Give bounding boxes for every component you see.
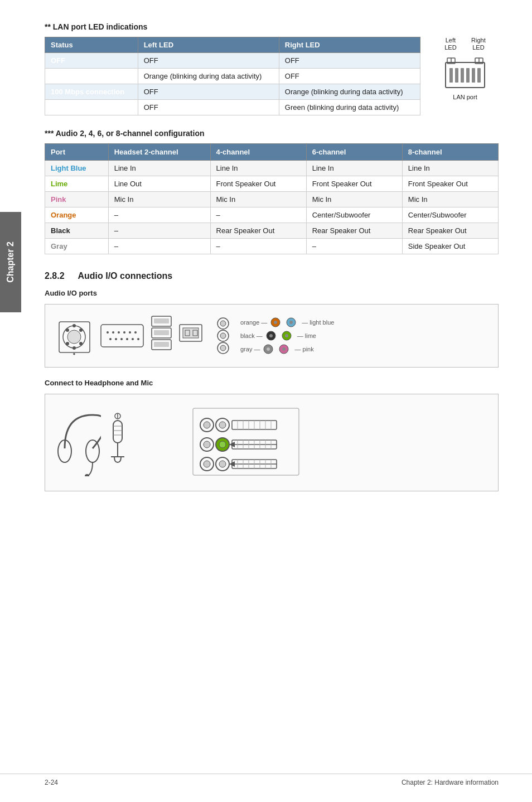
port-pink: Pink: [45, 192, 109, 207]
lightblue-label: — light blue: [302, 319, 334, 326]
audio-black-h2: –: [108, 223, 210, 239]
audio-gray-h4: –: [210, 239, 306, 254]
svg-rect-5: [461, 68, 464, 83]
port-orange: Orange: [45, 207, 109, 223]
svg-point-51: [274, 321, 277, 324]
svg-point-32: [132, 338, 134, 340]
svg-point-45: [220, 321, 226, 326]
lan-left-1gbps: OFF: [138, 100, 279, 115]
audio-header-port: Port: [45, 144, 109, 161]
orange-label: orange —: [240, 319, 267, 326]
svg-point-28: [109, 338, 112, 340]
lan-area: Status Left LED Right LED OFF OFF OFF 10…: [45, 37, 499, 115]
svg-point-75: [219, 422, 226, 428]
audio-lime-h2: Line Out: [108, 176, 210, 192]
table-row: Pink Mic In Mic In Mic In Mic In: [45, 192, 499, 207]
black-jack-icon: [266, 331, 278, 341]
audio-orange-h8: Center/Subwoofer: [402, 207, 498, 223]
microphone-icon: [107, 409, 129, 476]
lan-header-left: Left LED: [138, 37, 279, 53]
connector-4: [178, 313, 206, 358]
audio-lightblue-h6: Line In: [306, 161, 402, 176]
svg-point-57: [285, 334, 288, 337]
connector-3: [149, 313, 174, 358]
headphone-icon: [56, 409, 101, 476]
lan-right-1gbps: Green (blinking during data activity): [279, 100, 420, 115]
audio-section-title: *** Audio 2, 4, 6, or 8-channel configur…: [45, 129, 499, 138]
svg-point-25: [123, 331, 125, 334]
svg-point-31: [126, 338, 128, 340]
audio-jack-black-row: black — — lime: [240, 331, 316, 341]
jack-panel-svg: [190, 405, 302, 478]
connector-1: ●: [56, 313, 95, 358]
audio-header-h4: 4-channel: [210, 144, 306, 161]
audio-black-h4: Rear Speaker Out: [210, 223, 306, 239]
audio-header-h8: 8-channel: [402, 144, 498, 161]
table-row: 100 Mbps connection OFF Orange (blinking…: [45, 84, 420, 100]
audio-lime-h6: Front Speaker Out: [306, 176, 402, 192]
svg-rect-65: [113, 421, 122, 443]
lan-right-led-label: RightLED: [471, 37, 486, 51]
lan-header-right: Right LED: [279, 37, 420, 53]
orange-jack-icon: [270, 317, 283, 327]
chapter-sidebar: Chapter 2: [0, 212, 21, 312]
svg-point-17: [79, 342, 83, 345]
audio-lightblue-h4: Line In: [210, 161, 306, 176]
subsection-number: 2.8.2: [45, 271, 65, 281]
svg-point-63: [86, 440, 99, 462]
gray-jack-icon: [263, 344, 275, 354]
svg-point-99: [204, 461, 210, 467]
svg-point-59: [267, 347, 270, 351]
jack-panel: [190, 405, 302, 480]
svg-rect-8: [477, 68, 481, 83]
lime-label: — lime: [297, 332, 316, 339]
audio-gray-h6: –: [306, 239, 402, 254]
footer: 2-24 Chapter 2: Hardware information: [0, 774, 532, 791]
port-lime: Lime: [45, 176, 109, 192]
audio-jack-labels: orange — — light blue black —: [240, 317, 334, 354]
lan-section: ** LAN port LED indications Status Left …: [45, 22, 499, 115]
audio-table: Port Headset 2-channel 4-channel 6-chann…: [45, 143, 499, 254]
footer-page: 2-24: [45, 779, 58, 786]
audio-orange-h2: –: [108, 207, 210, 223]
lan-right-10mbps: OFF: [279, 69, 420, 84]
lan-port-label: LAN port: [453, 94, 477, 100]
lan-section-title: ** LAN port LED indications: [45, 22, 499, 31]
svg-point-14: [66, 328, 69, 332]
lan-left-10mbps: Orange (blinking during data activity): [138, 69, 279, 84]
svg-point-33: [137, 338, 139, 340]
table-row: Orange – – Center/Subwoofer Center/Subwo…: [45, 207, 499, 223]
lan-status-100mbps: 100 Mbps connection: [45, 84, 138, 100]
svg-point-13: [67, 330, 81, 344]
audio-gray-h8: Side Speaker Out: [402, 239, 498, 254]
table-row: OFF OFF OFF: [45, 53, 420, 69]
svg-point-22: [107, 331, 109, 334]
table-row: 10 Mbps connection Orange (blinking duri…: [45, 69, 420, 84]
lan-diagram: LeftLED RightLED: [432, 37, 499, 100]
svg-rect-3: [449, 68, 453, 83]
lan-left-off: OFF: [138, 53, 279, 69]
svg-point-24: [118, 331, 120, 334]
subsection-title-text: Audio I/O connections: [78, 271, 172, 281]
audio-header-h2: Headset 2-channel: [108, 144, 210, 161]
lan-table: Status Left LED Right LED OFF OFF OFF 10…: [45, 37, 420, 115]
table-row: Black – Rear Speaker Out Rear Speaker Ou…: [45, 223, 499, 239]
svg-rect-6: [466, 68, 470, 83]
svg-point-19: [72, 346, 76, 350]
svg-point-64: [85, 474, 89, 476]
audio-io-diagram: ●: [45, 304, 499, 368]
svg-text:●: ●: [73, 351, 76, 356]
ports-subtitle: Audio I/O ports: [45, 289, 499, 297]
svg-point-61: [282, 347, 286, 351]
svg-point-55: [269, 334, 273, 337]
svg-point-26: [129, 331, 131, 334]
audio-pink-h4: Mic In: [210, 192, 306, 207]
lan-header-status: Status: [45, 37, 138, 53]
lan-table-wrap: Status Left LED Right LED OFF OFF OFF 10…: [45, 37, 420, 115]
audio-section: *** Audio 2, 4, 6, or 8-channel configur…: [45, 129, 499, 254]
black-label: black —: [240, 332, 263, 339]
lan-left-led-label: LeftLED: [444, 37, 456, 51]
subsection-title: 2.8.2 Audio I/O connections: [45, 271, 499, 281]
headphone-area: [56, 409, 129, 476]
audio-jack-gray-row: gray — — pink: [240, 344, 314, 354]
